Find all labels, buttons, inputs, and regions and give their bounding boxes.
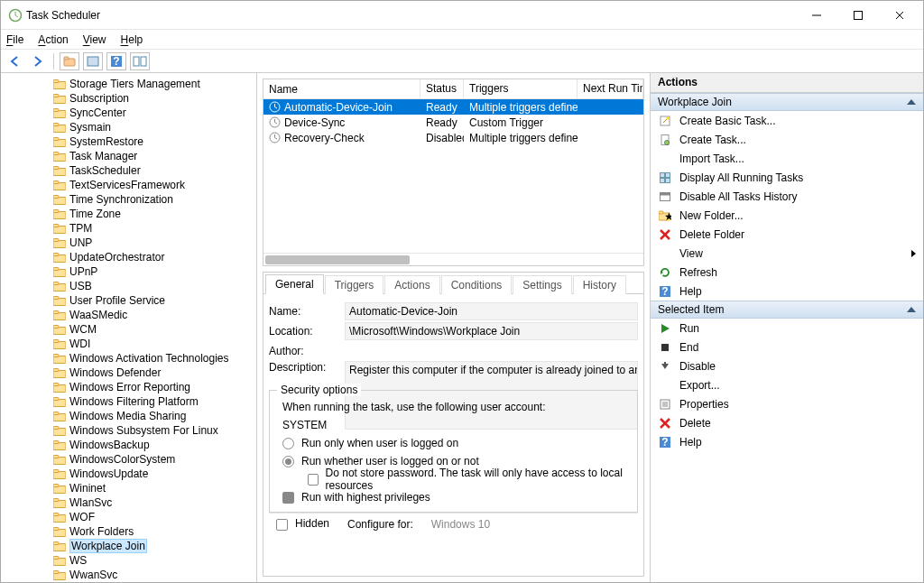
tree-item[interactable]: WindowsColorSystem xyxy=(51,452,256,467)
menu-help[interactable]: Help xyxy=(121,33,143,46)
tree-item[interactable]: WindowsBackup xyxy=(51,438,256,452)
action-item[interactable]: ?Help xyxy=(651,282,923,301)
check-highest-priv[interactable] xyxy=(282,492,294,504)
collapse-icon xyxy=(907,99,916,105)
tab-triggers[interactable]: Triggers xyxy=(325,275,384,294)
close-button[interactable] xyxy=(889,5,910,26)
tab-general[interactable]: General xyxy=(265,274,324,294)
tree-item[interactable]: Work Folders xyxy=(51,524,256,539)
action-item[interactable]: Create Basic Task... xyxy=(651,111,923,130)
menu-file[interactable]: File xyxy=(6,33,23,46)
tab-settings[interactable]: Settings xyxy=(513,275,571,294)
tree-item[interactable]: Windows Activation Technologies xyxy=(51,351,256,366)
check-nopassword[interactable] xyxy=(308,474,319,486)
tree-item[interactable]: User Profile Service xyxy=(51,293,256,308)
col-next-run-time[interactable]: Next Run Time xyxy=(578,79,643,99)
svg-rect-41 xyxy=(53,267,59,270)
action-item[interactable]: End xyxy=(651,338,923,356)
tree-panel[interactable]: Storage Tiers ManagementSubscriptionSync… xyxy=(1,73,257,582)
tree-item[interactable]: TextServicesFramework xyxy=(51,178,256,192)
toolbar-btn-2[interactable] xyxy=(83,52,103,70)
action-item[interactable]: ★New Folder... xyxy=(651,206,923,225)
tree-item[interactable]: USB xyxy=(51,279,256,293)
task-list-header[interactable]: Name Status Triggers Next Run Time xyxy=(263,79,643,99)
tree-item[interactable]: WCM xyxy=(51,322,256,337)
maximize-button[interactable] xyxy=(847,5,869,26)
tree-item[interactable]: WDI xyxy=(51,337,256,351)
minimize-button[interactable] xyxy=(806,5,827,26)
tree-item[interactable]: Storage Tiers Management xyxy=(51,77,256,91)
configure-for-value[interactable]: Windows 10 xyxy=(431,518,490,531)
check-hidden[interactable] xyxy=(276,519,288,531)
tab-actions[interactable]: Actions xyxy=(384,275,439,294)
name-field[interactable]: Automatic-Device-Join xyxy=(345,302,638,320)
toolbar-btn-1[interactable] xyxy=(60,52,79,70)
tree-item-label: WindowsUpdate xyxy=(69,467,148,480)
tree-item[interactable]: Task Manager xyxy=(51,149,256,163)
tree-item[interactable]: WOF xyxy=(51,510,256,524)
task-list[interactable]: Name Status Triggers Next Run Time Autom… xyxy=(263,79,644,266)
folder-icon xyxy=(53,224,66,234)
menu-action[interactable]: Action xyxy=(38,33,68,46)
action-item[interactable]: Disable All Tasks History xyxy=(651,187,923,206)
tree-item[interactable]: Windows Filtering Platform xyxy=(51,394,256,409)
tree-item[interactable]: WS xyxy=(51,553,256,568)
action-item[interactable]: Delete xyxy=(651,413,923,432)
task-row[interactable]: Device-SyncReadyCustom Trigger xyxy=(263,115,643,130)
action-item[interactable]: Export... xyxy=(651,375,923,394)
radio-logged-on[interactable] xyxy=(282,438,294,449)
task-row[interactable]: Automatic-Device-JoinReadyMultiple trigg… xyxy=(263,99,643,115)
tree-item[interactable]: WaaSMedic xyxy=(51,308,256,322)
action-item[interactable]: Import Task... xyxy=(651,149,923,168)
actions-section-folder[interactable]: Workplace Join xyxy=(651,93,923,111)
tree-item[interactable]: UPnP xyxy=(51,264,256,279)
action-item[interactable]: Delete Folder xyxy=(651,225,923,244)
action-item[interactable]: Create Task... xyxy=(651,130,923,149)
action-item[interactable]: Properties xyxy=(651,394,923,413)
tree-item[interactable]: Wininet xyxy=(51,481,256,495)
toolbar-btn-4[interactable] xyxy=(130,52,150,70)
radio-whether[interactable] xyxy=(282,456,294,467)
tree-item[interactable]: Windows Defender xyxy=(51,366,256,380)
tree-item[interactable]: TaskScheduler xyxy=(51,163,256,178)
tree-item[interactable]: Windows Media Sharing xyxy=(51,409,256,423)
tree-item[interactable]: UNP xyxy=(51,236,256,250)
task-row[interactable]: Recovery-CheckDisabledMultiple triggers … xyxy=(263,130,643,145)
action-item[interactable]: Disable xyxy=(651,356,923,375)
tree-item[interactable]: SystemRestore xyxy=(51,134,256,149)
tree-item[interactable]: WwanSvc xyxy=(51,568,256,582)
tree-item[interactable]: WlanSvc xyxy=(51,495,256,510)
tree-item[interactable]: TPM xyxy=(51,221,256,236)
action-item[interactable]: ?Help xyxy=(651,432,923,451)
tree-item[interactable]: WindowsUpdate xyxy=(51,467,256,481)
tree-item[interactable]: SyncCenter xyxy=(51,106,256,120)
task-status: Ready xyxy=(420,116,464,129)
action-label: Export... xyxy=(679,379,720,392)
tree-item-label: Workplace Join xyxy=(69,539,147,553)
tab-history[interactable]: History xyxy=(573,275,626,294)
action-item[interactable]: Refresh xyxy=(651,263,923,282)
tree-item[interactable]: UpdateOrchestrator xyxy=(51,250,256,264)
tree-item[interactable]: Sysmain xyxy=(51,120,256,134)
tree-item[interactable]: Workplace Join xyxy=(51,539,256,553)
actions-section-selected[interactable]: Selected Item xyxy=(651,301,923,319)
forward-button[interactable] xyxy=(28,52,48,70)
tree-item[interactable]: Time Zone xyxy=(51,207,256,221)
action-item[interactable]: Display All Running Tasks xyxy=(651,168,923,187)
col-triggers[interactable]: Triggers xyxy=(464,79,578,99)
action-item[interactable]: Run xyxy=(651,319,923,338)
toolbar-help-button[interactable]: ? xyxy=(106,52,126,70)
task-list-hscrollbar[interactable] xyxy=(263,253,643,265)
back-button[interactable] xyxy=(5,52,24,70)
tree-item[interactable]: Subscription xyxy=(51,91,256,106)
tree-item[interactable]: Windows Subsystem For Linux xyxy=(51,423,256,438)
col-name[interactable]: Name xyxy=(263,79,420,99)
tab-conditions[interactable]: Conditions xyxy=(441,275,513,294)
svg-point-96 xyxy=(667,116,670,119)
action-item[interactable]: View xyxy=(651,244,923,263)
titlebar[interactable]: Task Scheduler xyxy=(1,1,923,30)
col-status[interactable]: Status xyxy=(420,79,464,99)
tree-item[interactable]: Windows Error Reporting xyxy=(51,380,256,394)
tree-item[interactable]: Time Synchronization xyxy=(51,192,256,207)
menu-view[interactable]: View xyxy=(83,33,106,46)
